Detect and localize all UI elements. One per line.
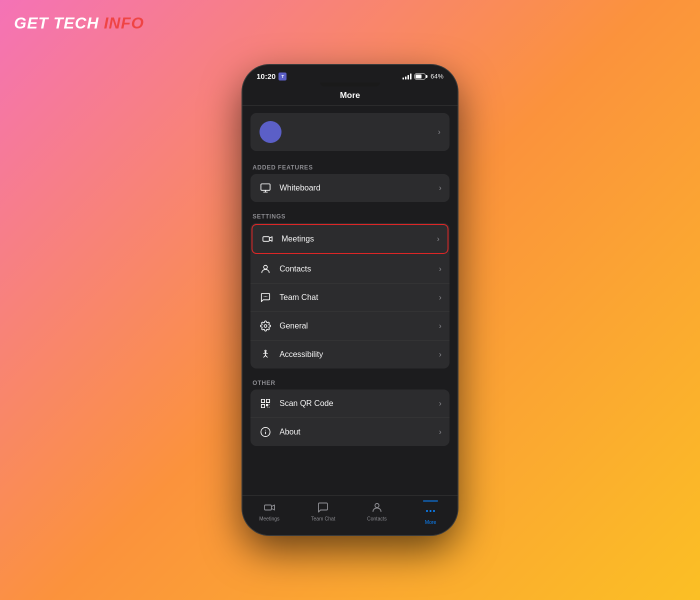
section-header-added-features: ADDED FEATURES <box>242 156 458 174</box>
scan-qr-chevron-icon: › <box>439 399 442 408</box>
tab-more-label: More <box>425 520 436 525</box>
phone-screen: 10:20 T 64% More <box>242 65 458 535</box>
tab-more-active-indicator <box>423 500 438 502</box>
tab-team-chat-label: Team Chat <box>311 516 335 522</box>
notch-area <box>242 82 458 86</box>
accessibility-label: Accessibility <box>280 350 439 359</box>
general-label: General <box>280 322 439 330</box>
menu-group-other: Scan QR Code › About › <box>250 390 450 446</box>
scroll-content[interactable]: › ADDED FEATURES Whiteboard › <box>242 106 458 495</box>
whiteboard-icon <box>258 181 272 195</box>
svg-point-27 <box>433 510 435 512</box>
accessibility-chevron-icon: › <box>439 350 442 359</box>
signal-icon <box>402 74 412 80</box>
svg-line-12 <box>266 356 268 358</box>
tab-team-chat-icon <box>316 500 330 514</box>
whiteboard-label: Whiteboard <box>280 184 439 192</box>
notch <box>320 82 380 86</box>
team-chat-icon <box>258 290 272 304</box>
svg-rect-3 <box>263 236 270 241</box>
menu-group-added-features: Whiteboard › <box>250 174 450 202</box>
profile-card[interactable]: › <box>250 113 450 151</box>
watermark-tech: TECH <box>48 14 99 32</box>
meetings-chevron-icon: › <box>437 234 440 244</box>
svg-rect-23 <box>264 505 272 510</box>
teams-status-icon: T <box>278 72 286 80</box>
section-header-other: OTHER <box>242 372 458 390</box>
menu-item-scan-qr[interactable]: Scan QR Code › <box>250 390 450 418</box>
about-label: About <box>280 428 439 436</box>
svg-point-26 <box>430 510 432 512</box>
status-time: 10:20 T <box>256 72 286 80</box>
tab-contacts-icon <box>370 500 384 514</box>
tab-meetings[interactable]: Meetings <box>242 500 296 525</box>
svg-point-9 <box>265 350 266 352</box>
svg-rect-14 <box>266 400 270 402</box>
watermark: GET TECH INFO <box>14 14 144 32</box>
info-icon <box>258 425 272 439</box>
menu-item-accessibility[interactable]: Accessibility › <box>250 340 450 368</box>
phone-frame: 10:20 T 64% More <box>242 65 458 535</box>
menu-item-general[interactable]: General › <box>250 312 450 340</box>
svg-point-25 <box>426 510 428 512</box>
svg-point-4 <box>264 266 267 269</box>
battery-icon <box>414 74 428 80</box>
svg-rect-15 <box>262 404 264 408</box>
avatar <box>260 121 282 143</box>
menu-item-contacts[interactable]: Contacts › <box>250 255 450 284</box>
scan-qr-label: Scan QR Code <box>280 399 439 408</box>
tab-more-icon <box>424 504 438 518</box>
contacts-chevron-icon: › <box>439 264 442 274</box>
contacts-label: Contacts <box>280 264 439 274</box>
page-title-bar: More <box>242 86 458 106</box>
contacts-icon <box>258 262 272 276</box>
whiteboard-chevron-icon: › <box>439 184 442 192</box>
menu-item-whiteboard[interactable]: Whiteboard › <box>250 174 450 202</box>
tab-team-chat[interactable]: Team Chat <box>296 500 350 525</box>
tab-bar: Meetings Team Chat Cont <box>242 495 458 535</box>
general-icon <box>258 319 272 333</box>
watermark-info: INFO <box>104 14 144 32</box>
menu-group-settings: Meetings › Contacts › <box>250 223 450 368</box>
menu-item-meetings[interactable]: Meetings › <box>252 224 448 254</box>
accessibility-icon <box>258 348 272 362</box>
tab-more[interactable]: More <box>404 500 458 525</box>
section-header-settings: SETTINGS <box>242 205 458 223</box>
tab-meetings-icon <box>262 500 276 514</box>
status-right: 64% <box>402 72 444 80</box>
profile-chevron-icon: › <box>438 128 440 136</box>
meetings-icon <box>260 232 274 246</box>
svg-point-8 <box>264 324 267 328</box>
general-chevron-icon: › <box>439 322 442 330</box>
svg-rect-0 <box>261 184 270 190</box>
qr-icon <box>258 396 272 410</box>
profile-left <box>260 121 282 143</box>
status-bar: 10:20 T 64% <box>242 65 458 80</box>
team-chat-label: Team Chat <box>280 293 439 302</box>
meetings-label: Meetings <box>282 234 437 244</box>
tab-meetings-label: Meetings <box>259 516 280 522</box>
svg-point-24 <box>375 504 379 508</box>
tab-contacts-label: Contacts <box>367 516 386 522</box>
menu-item-team-chat[interactable]: Team Chat › <box>250 284 450 312</box>
team-chat-chevron-icon: › <box>439 293 442 302</box>
svg-rect-16 <box>266 404 268 406</box>
menu-item-about[interactable]: About › <box>250 418 450 446</box>
time-text: 10:20 <box>256 72 276 80</box>
watermark-get: GET <box>14 14 48 32</box>
page-title: More <box>340 90 360 100</box>
about-chevron-icon: › <box>439 428 442 436</box>
battery-percent: 64% <box>430 72 444 80</box>
svg-rect-13 <box>262 400 264 402</box>
tab-contacts[interactable]: Contacts <box>350 500 404 525</box>
